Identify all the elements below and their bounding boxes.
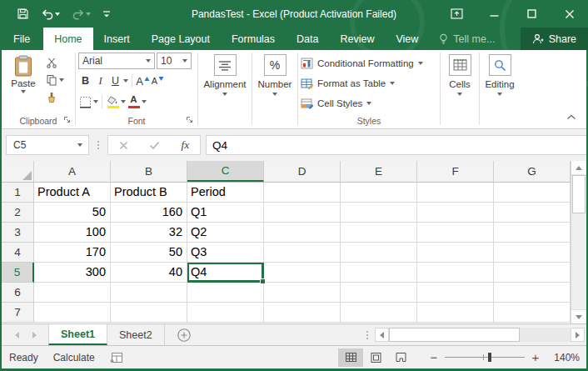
cell-e7[interactable]	[341, 303, 417, 323]
decrease-font-size-button[interactable]: A	[151, 73, 165, 89]
column-header-g[interactable]: G	[494, 161, 571, 182]
borders-dropdown-icon[interactable]	[93, 100, 98, 103]
horizontal-scrollbar-thumb[interactable]	[389, 328, 520, 342]
underline-dropdown-icon[interactable]	[123, 79, 128, 83]
row-header-3[interactable]: 3	[2, 223, 34, 243]
copy-dropdown-icon[interactable]	[59, 78, 64, 82]
cell-a3[interactable]: 100	[34, 223, 111, 243]
cell-a7[interactable]	[34, 303, 111, 323]
cell-c1[interactable]: Period	[187, 183, 264, 203]
cell-b5[interactable]: 40	[111, 263, 187, 283]
close-button[interactable]	[551, 0, 588, 28]
row-header-2[interactable]: 2	[2, 203, 34, 223]
scroll-left-icon[interactable]	[375, 328, 389, 342]
font-dialog-launcher-icon[interactable]	[186, 114, 193, 126]
cell-f3[interactable]	[417, 223, 494, 243]
increase-font-size-button[interactable]: A	[136, 73, 150, 89]
editing-group-button[interactable]: Editing	[480, 50, 520, 128]
cell-f7[interactable]	[417, 303, 494, 323]
column-header-c[interactable]: C	[187, 161, 264, 182]
share-button[interactable]: Share	[521, 28, 588, 50]
cell-a1[interactable]: Product A	[34, 183, 111, 203]
tab-page-layout[interactable]: Page Layout	[141, 28, 221, 50]
cell-a4[interactable]: 170	[34, 243, 111, 263]
borders-button[interactable]	[78, 93, 92, 110]
save-icon[interactable]	[12, 4, 34, 23]
cell-d1[interactable]	[264, 183, 341, 203]
page-layout-view-button[interactable]	[363, 348, 388, 367]
maximize-button[interactable]	[513, 0, 551, 28]
cell-c3[interactable]: Q2	[187, 223, 264, 243]
cell-d3[interactable]	[264, 223, 341, 243]
minimize-button[interactable]	[476, 0, 513, 28]
customize-quick-access-icon[interactable]	[97, 6, 116, 23]
underline-button[interactable]: U	[108, 73, 122, 89]
clipboard-dialog-launcher-icon[interactable]	[63, 114, 71, 126]
new-sheet-button[interactable]	[177, 324, 192, 345]
tab-data[interactable]: Data	[286, 28, 329, 50]
row-header-1[interactable]: 1	[2, 183, 34, 203]
sheet-tab-sheet2[interactable]: Sheet2	[107, 324, 165, 345]
enter-icon[interactable]	[149, 141, 160, 150]
cell-b1[interactable]: Product B	[111, 183, 187, 203]
alignment-group-button[interactable]: Alignment	[198, 50, 252, 128]
status-calculate[interactable]: Calculate	[53, 352, 95, 363]
number-group-button[interactable]: % Number	[252, 50, 297, 128]
cell-g2[interactable]	[494, 203, 571, 223]
cell-d6[interactable]	[264, 283, 341, 303]
cell-f4[interactable]	[417, 243, 494, 263]
cut-button[interactable]	[44, 55, 66, 70]
horizontal-scrollbar[interactable]	[375, 328, 585, 342]
tab-home[interactable]: Home	[43, 28, 92, 50]
undo-dropdown-icon[interactable]	[55, 13, 60, 16]
cell-c7[interactable]	[187, 303, 264, 323]
cell-f6[interactable]	[417, 283, 494, 303]
select-all-button[interactable]	[2, 161, 34, 182]
sheet-nav-right-icon[interactable]	[32, 332, 37, 338]
tab-file[interactable]: File	[0, 28, 43, 50]
zoom-out-button[interactable]: −	[425, 350, 443, 364]
font-color-dropdown-icon[interactable]	[142, 100, 147, 103]
zoom-in-button[interactable]: +	[526, 350, 545, 364]
font-size-select[interactable]: 10	[157, 53, 192, 69]
cell-d2[interactable]	[264, 203, 341, 223]
column-header-e[interactable]: E	[341, 161, 417, 182]
cell-e2[interactable]	[341, 203, 417, 223]
vertical-scrollbar-thumb[interactable]	[572, 175, 586, 213]
italic-button[interactable]: I	[93, 73, 107, 89]
cell-c2[interactable]: Q1	[187, 203, 264, 223]
cell-c4[interactable]: Q3	[187, 243, 264, 263]
cell-g3[interactable]	[494, 223, 571, 243]
sheet-tab-sheet1[interactable]: Sheet1	[48, 324, 107, 345]
tab-insert[interactable]: Insert	[93, 28, 141, 50]
sheet-bar-splitter[interactable]	[366, 324, 368, 345]
cell-c6[interactable]	[187, 283, 264, 303]
row-header-7[interactable]: 7	[2, 303, 34, 323]
cell-d7[interactable]	[264, 303, 341, 323]
fill-color-button[interactable]	[106, 93, 120, 110]
ribbon-display-options-icon[interactable]	[438, 0, 476, 28]
cell-f5[interactable]	[417, 263, 494, 283]
cell-a6[interactable]	[34, 283, 111, 303]
zoom-slider-thumb[interactable]	[488, 353, 491, 362]
vertical-scrollbar[interactable]	[571, 161, 586, 323]
column-header-f[interactable]: F	[417, 161, 494, 182]
paste-button[interactable]: Paste	[4, 53, 42, 115]
cell-e5[interactable]	[341, 263, 417, 283]
cancel-icon[interactable]	[119, 141, 128, 150]
zoom-slider[interactable]	[445, 357, 525, 358]
page-break-preview-button[interactable]	[388, 348, 413, 367]
cell-e4[interactable]	[341, 243, 417, 263]
font-color-button[interactable]: A	[127, 93, 141, 110]
cell-a2[interactable]: 50	[34, 203, 111, 223]
sheet-nav-left-icon[interactable]	[15, 332, 19, 338]
cell-g7[interactable]	[494, 303, 571, 323]
collapse-ribbon-icon[interactable]	[566, 108, 576, 123]
cell-styles-button[interactable]: Cell Styles	[301, 94, 437, 113]
bold-button[interactable]: B	[78, 73, 92, 89]
name-box[interactable]: C5	[6, 135, 89, 155]
cell-b3[interactable]: 32	[111, 223, 187, 243]
column-header-d[interactable]: D	[264, 161, 341, 182]
cell-d4[interactable]	[264, 243, 341, 263]
scroll-up-icon[interactable]	[571, 161, 586, 175]
